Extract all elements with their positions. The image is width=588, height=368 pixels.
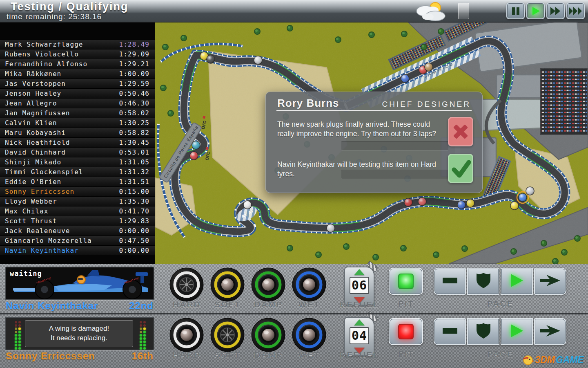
tyre-wet-button[interactable]: [292, 318, 326, 352]
standings-row[interactable]: Max Chilax0:41.70: [0, 206, 155, 216]
damage-message: A wing is damaged! It needs replacing.: [25, 320, 133, 347]
watermark: 3DMGAME: [522, 354, 584, 366]
standings-row[interactable]: Jenson Healey0:50.46: [0, 88, 155, 98]
standings-row[interactable]: Shinji Mikado1:31.05: [0, 157, 155, 167]
decline-button[interactable]: [448, 117, 473, 146]
time-remaining: time remaining: 25:38.16: [7, 12, 102, 21]
pace-group: [434, 268, 566, 295]
lap-time: 0:50.46: [119, 90, 149, 97]
pit-button[interactable]: [389, 268, 423, 295]
fuel-laps-display: 06: [350, 277, 369, 294]
lap-time: 0:00.00: [119, 247, 149, 254]
tyre-hard-button[interactable]: [169, 267, 204, 302]
standings-row[interactable]: Timmi Glockenspiel1:31.32: [0, 167, 155, 177]
standings-row[interactable]: Sonny Erriccssen0:15.00: [0, 186, 155, 196]
standings-row[interactable]: Mark Schwarzflagge1:28.49: [0, 39, 155, 49]
driver2-name-bar: Sonny Erriccssen 16th: [6, 350, 154, 362]
pit-light-red: [398, 324, 414, 339]
lap-time: 1:28.49: [119, 40, 149, 48]
fuel-increase-arrow[interactable]: [354, 269, 365, 275]
lap-time: 0:53.01: [119, 148, 149, 156]
driver-name: Jean Allegro: [5, 99, 57, 107]
driver-name: Timmi Glockenspiel: [5, 168, 83, 176]
dialog-role: CHIEF DESIGNER: [382, 100, 471, 109]
standings-row[interactable]: Calvin Klien1:30.25: [0, 118, 155, 128]
driver-name: Mika Räkkønen: [5, 70, 61, 78]
lap-time: 1:30.45: [119, 139, 149, 146]
driver-name: Calvin Klien: [5, 119, 57, 127]
tyre-hard-button[interactable]: [169, 318, 204, 352]
watermark-brand: 3DM: [535, 355, 555, 366]
lap-time: 0:47.50: [119, 237, 149, 245]
fuel-increase-arrow[interactable]: [354, 319, 365, 325]
lap-time: 0:00.00: [119, 227, 149, 235]
pace-shield-icon: [476, 272, 491, 290]
lap-time: 1:00.09: [119, 70, 149, 78]
driver-name: Sonny Erriccssen: [5, 188, 74, 195]
driver-name: Sonny Erriccssen: [6, 350, 95, 361]
pace-shield-button[interactable]: [467, 268, 499, 295]
standings-row[interactable]: Giancarlo Mozzerella0:47.50: [0, 236, 155, 245]
pace-shield-button[interactable]: [467, 318, 499, 345]
pace-play-button[interactable]: [501, 268, 533, 295]
driver1-name-bar: Navin Keyinthakar 22nd: [6, 300, 154, 312]
tyre-label: HARD: [169, 350, 204, 360]
gauge-bar[interactable]: [458, 3, 469, 19]
standings-row[interactable]: Fernandhino Alfonso1:29.21: [0, 59, 155, 69]
driver-name: Scott Thrust: [5, 217, 57, 225]
tyre-label: DAMP: [251, 300, 285, 310]
standings-row[interactable]: Rubens Violacello1:29.09: [0, 49, 155, 59]
driver-name: Jack Realeneuve: [5, 227, 70, 235]
standings-row[interactable]: Jas Verstoppen1:29.59: [0, 79, 155, 88]
driver-name: Shinji Mikado: [5, 158, 61, 166]
pace-play-button[interactable]: [501, 318, 533, 345]
telemetry-leds: [15, 321, 21, 350]
lap-time: 1:31.05: [119, 158, 149, 166]
lap-time: 1:29.59: [119, 80, 149, 88]
pace-slow-button[interactable]: [434, 318, 466, 345]
car-status-label: waiting: [10, 269, 42, 278]
pause-button[interactable]: [506, 2, 525, 19]
lap-time: 0:58.82: [119, 129, 149, 137]
standings-row[interactable]: Eddie O'Brien1:31.51: [0, 177, 155, 186]
standings-row[interactable]: Jan Magnifussen0:58.02: [0, 108, 155, 118]
top-bar: Testing / Qualifying time remaining: 25:…: [0, 0, 588, 22]
lap-time: 1:31.51: [119, 178, 149, 186]
standings-row[interactable]: Nick Heathfield1:30.45: [0, 137, 155, 147]
pace-slow-icon: [442, 276, 458, 286]
pace-slow-button[interactable]: [434, 268, 466, 295]
pace-push-button[interactable]: [534, 268, 566, 295]
pit-button[interactable]: [389, 318, 423, 345]
standings-row[interactable]: Lloyd Webber1:35.30: [0, 196, 155, 206]
lap-time: 0:15.00: [119, 188, 149, 195]
standings-row[interactable]: Scott Thrust1:29.83: [0, 216, 155, 226]
pace-push-button[interactable]: [534, 318, 566, 345]
standings-row[interactable]: David Chinhard0:53.01: [0, 147, 155, 157]
tyre-wet-button[interactable]: [292, 267, 326, 302]
standings-row[interactable]: Navin Keyinthakar0:00.00: [0, 245, 155, 255]
driver-name: Rubens Violacello: [5, 50, 79, 58]
tyre-label: DAMP: [251, 350, 285, 360]
tyre-soft-button[interactable]: [210, 318, 245, 352]
tyre-label: SOFT: [210, 350, 245, 360]
tyre-damp-button[interactable]: [251, 318, 285, 352]
fast-forward-button[interactable]: [546, 2, 565, 19]
accept-button[interactable]: [448, 154, 473, 183]
lap-time: 0:41.70: [119, 207, 149, 215]
fastest-forward-button[interactable]: [566, 2, 585, 19]
standings-row[interactable]: Jean Allegro0:46.30: [0, 98, 155, 108]
standings-row[interactable]: Maru Kobayashi0:58.82: [0, 128, 155, 137]
play-button[interactable]: [526, 2, 545, 19]
driver-name: Giancarlo Mozzerella: [5, 237, 92, 245]
driver-name: Eddie O'Brien: [5, 178, 61, 186]
tyre-soft-button[interactable]: [210, 267, 245, 302]
tyre-damp-button[interactable]: [251, 267, 285, 302]
standings-row[interactable]: Jack Realeneuve0:00.00: [0, 226, 155, 236]
standings-list: Mark Schwarzflagge1:28.49Rubens Violacel…: [0, 39, 155, 255]
standings-row[interactable]: Mika Räkkønen1:00.09: [0, 69, 155, 79]
driver-position: 16th: [132, 350, 154, 362]
driver-name: Navin Keyinthakar: [5, 247, 79, 254]
watermark-brand2: GAME: [556, 355, 584, 366]
tyre-label: WET: [292, 300, 326, 310]
driver-position: 22nd: [129, 300, 154, 312]
